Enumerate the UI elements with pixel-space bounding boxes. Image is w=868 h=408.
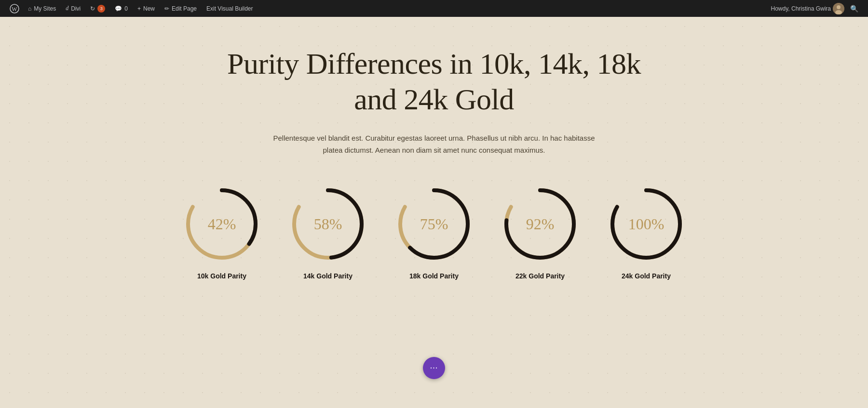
floating-edit-btn[interactable]: ··· (423, 357, 445, 379)
pencil-icon: ✏ (164, 5, 169, 12)
chart-label-18k: 18k Gold Parity (409, 272, 459, 280)
avatar[interactable] (833, 3, 844, 14)
edit-page-btn[interactable]: ✏ Edit Page (160, 0, 202, 17)
chart-item-18k: 75% 18k Gold Parity (395, 185, 473, 280)
admin-bar: W ⌂ My Sites d Divi ↻ 3 💬 0 + New ✏ Edit… (0, 0, 868, 17)
new-content-menu[interactable]: + New (133, 0, 160, 17)
divi-menu[interactable]: d Divi (61, 0, 85, 17)
comments-menu[interactable]: 💬 0 (110, 0, 133, 17)
new-label: New (143, 5, 155, 12)
circle-chart-24k: 100% (608, 185, 685, 263)
circle-value-10k: 42% (208, 215, 236, 233)
exit-vb-label: Exit Visual Builder (206, 5, 253, 12)
main-content: Purity Differences in 10k, 14k, 18k and … (0, 17, 868, 408)
chart-label-24k: 24k Gold Parity (622, 272, 671, 280)
plus-icon: + (137, 5, 141, 12)
charts-row: 42% 10k Gold Parity 58% 14k Gold Parity (183, 185, 685, 280)
search-icon[interactable]: 🔍 (846, 5, 862, 13)
circle-value-18k: 75% (420, 215, 448, 233)
comments-icon: 💬 (115, 5, 122, 12)
updates-menu[interactable]: ↻ 3 (85, 0, 110, 17)
my-sites-menu[interactable]: ⌂ My Sites (23, 0, 61, 17)
updates-badge: 3 (97, 5, 105, 13)
chart-item-14k: 58% 14k Gold Parity (289, 185, 366, 280)
circle-chart-10k: 42% (183, 185, 260, 263)
my-sites-label: My Sites (34, 5, 56, 12)
page-title: Purity Differences in 10k, 14k, 18k and … (217, 46, 651, 118)
circle-value-22k: 92% (526, 215, 555, 233)
circle-value-24k: 100% (628, 215, 665, 233)
comments-count: 0 (124, 5, 128, 12)
chart-label-22k: 22k Gold Parity (515, 272, 565, 280)
chart-item-24k: 100% 24k Gold Parity (608, 185, 685, 280)
adminbar-user-section: Howdy, Christina Gwira 🔍 (771, 3, 862, 14)
circle-value-14k: 58% (314, 215, 342, 233)
chart-label-14k: 14k Gold Parity (303, 272, 353, 280)
divi-label: Divi (71, 5, 81, 12)
circle-chart-18k: 75% (395, 185, 473, 263)
edit-page-label: Edit Page (172, 5, 197, 12)
svg-text:W: W (12, 6, 17, 13)
chart-item-22k: 92% 22k Gold Parity (502, 185, 579, 280)
chart-label-10k: 10k Gold Parity (197, 272, 246, 280)
exit-vb-btn[interactable]: Exit Visual Builder (202, 0, 258, 17)
howdy-text: Howdy, Christina Gwira (771, 5, 831, 12)
circle-chart-14k: 58% (289, 185, 366, 263)
wp-logo[interactable]: W (6, 0, 23, 17)
circle-chart-22k: 92% (502, 185, 579, 263)
page-description: Pellentesque vel blandit est. Curabitur … (265, 132, 603, 157)
divi-icon: d (66, 5, 68, 12)
svg-point-3 (837, 5, 841, 9)
floating-btn-icon: ··· (430, 363, 438, 373)
updates-icon: ↻ (90, 5, 95, 12)
home-icon: ⌂ (28, 5, 31, 12)
chart-item-10k: 42% 10k Gold Parity (183, 185, 260, 280)
